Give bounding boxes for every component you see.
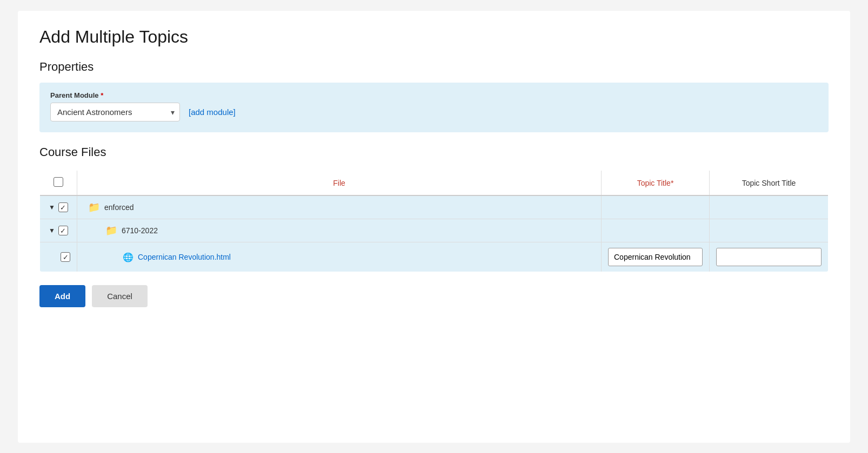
required-asterisk: * bbox=[101, 91, 103, 99]
row2-topic-title-cell bbox=[602, 219, 710, 242]
table-row: ▼ 📁 enforced bbox=[40, 195, 829, 219]
row3-file-cell: 🌐 Copernican Revolution.html bbox=[77, 242, 602, 272]
row3-topic-short-input[interactable] bbox=[716, 248, 822, 266]
properties-section: Parent Module * Ancient Astronomers Modu… bbox=[39, 83, 829, 132]
row3-check-cell bbox=[40, 242, 77, 272]
actions-row: Add Cancel bbox=[39, 285, 829, 307]
table-row: 🌐 Copernican Revolution.html bbox=[40, 242, 829, 272]
properties-section-title: Properties bbox=[39, 60, 829, 74]
row2-check-cell: ▼ bbox=[40, 219, 77, 242]
col-header-file: File bbox=[77, 171, 602, 196]
add-module-link[interactable]: [add module] bbox=[189, 107, 236, 117]
row3-checkbox[interactable] bbox=[61, 252, 70, 262]
add-button[interactable]: Add bbox=[39, 285, 85, 307]
row1-topic-short-cell bbox=[710, 195, 829, 219]
col-header-topic-title: Topic Title* bbox=[602, 171, 710, 196]
table-row: ▼ 📁 6710-2022 bbox=[40, 219, 829, 242]
table-header-row: File Topic Title* Topic Short Title bbox=[40, 171, 829, 196]
col-header-check bbox=[40, 171, 77, 196]
col-header-topic-short-title: Topic Short Title bbox=[710, 171, 829, 196]
course-files-title: Course Files bbox=[39, 145, 829, 159]
row1-check-cell: ▼ bbox=[40, 195, 77, 219]
row3-globe-icon: 🌐 bbox=[123, 252, 133, 262]
row2-expand-arrow[interactable]: ▼ bbox=[49, 227, 55, 234]
row1-expand-arrow[interactable]: ▼ bbox=[49, 204, 55, 211]
row1-checkbox[interactable] bbox=[58, 202, 68, 212]
file-table: File Topic Title* Topic Short Title ▼ bbox=[39, 170, 829, 272]
row1-file-name: enforced bbox=[104, 203, 133, 212]
row3-file-link[interactable]: Copernican Revolution.html bbox=[138, 253, 231, 261]
row2-checkbox[interactable] bbox=[58, 226, 68, 235]
row3-topic-short-cell bbox=[710, 242, 829, 272]
course-files-section: Course Files File Topic Title* Topic Sho… bbox=[39, 145, 829, 272]
row2-file-cell: 📁 6710-2022 bbox=[77, 219, 602, 242]
row3-topic-title-cell bbox=[602, 242, 710, 272]
row2-topic-short-cell bbox=[710, 219, 829, 242]
cancel-button[interactable]: Cancel bbox=[92, 285, 148, 307]
module-select-wrapper: Ancient Astronomers Module 2 Module 3 ▾ bbox=[50, 103, 180, 121]
row2-file-name: 6710-2022 bbox=[122, 226, 158, 235]
row3-topic-title-input[interactable] bbox=[608, 248, 703, 266]
row1-file-cell: 📁 enforced bbox=[77, 195, 602, 219]
row2-folder-icon: 📁 bbox=[105, 225, 117, 236]
row1-folder-icon: 📁 bbox=[88, 201, 100, 213]
page-container: Add Multiple Topics Properties Parent Mo… bbox=[18, 11, 850, 443]
parent-module-field-row: Ancient Astronomers Module 2 Module 3 ▾ … bbox=[50, 103, 818, 121]
parent-module-label: Parent Module * bbox=[50, 91, 818, 99]
page-title: Add Multiple Topics bbox=[39, 27, 829, 47]
module-select[interactable]: Ancient Astronomers Module 2 Module 3 bbox=[50, 103, 180, 121]
header-checkbox[interactable] bbox=[54, 177, 63, 187]
row1-topic-title-cell bbox=[602, 195, 710, 219]
